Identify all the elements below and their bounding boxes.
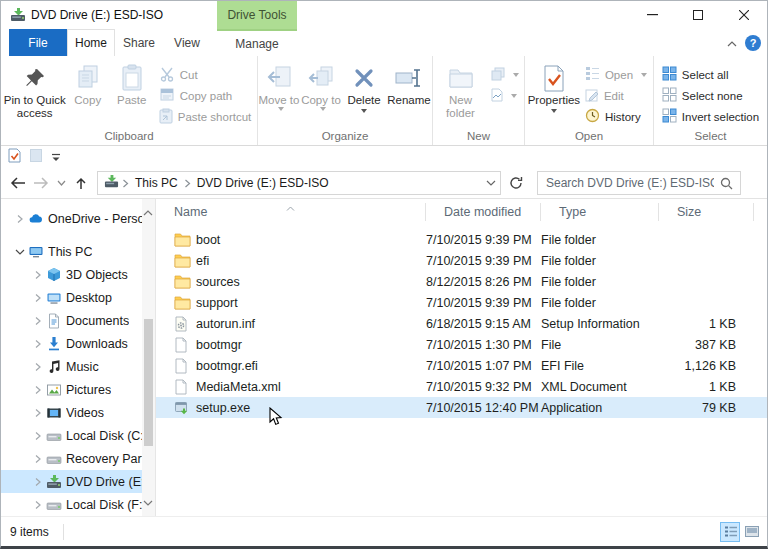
recent-locations-icon[interactable] (53, 171, 69, 195)
search-input[interactable] (538, 176, 718, 190)
nav-scrollbar[interactable] (142, 199, 155, 516)
up-button[interactable] (69, 171, 93, 195)
disk-icon (46, 497, 66, 513)
sidebar-item-recovery-partitio[interactable]: Recovery Partitio (1, 447, 155, 470)
sidebar-item-local-disk-c[interactable]: Local Disk (C:) (1, 424, 155, 447)
file-row-bootmgr[interactable]: bootmgr7/10/2015 1:30 PMFile387 KB (156, 334, 767, 355)
copy-to-button[interactable]: Copy to (300, 59, 342, 125)
copy-path-button[interactable]: Copy path (155, 85, 256, 106)
qat-new-folder-button[interactable] (30, 149, 42, 165)
qat-customize-icon[interactable] (51, 150, 61, 165)
title-bar[interactable]: DVD Drive (E:) ESD-ISO Drive Tools (1, 1, 767, 29)
tab-view[interactable]: View (163, 29, 211, 56)
large-icons-view-button[interactable] (742, 522, 762, 542)
back-button[interactable] (5, 171, 29, 195)
sidebar-item-downloads[interactable]: Downloads (1, 332, 155, 355)
address-history-icon[interactable] (486, 172, 496, 194)
refresh-icon[interactable] (503, 171, 529, 195)
chevron-right-icon[interactable] (29, 293, 46, 303)
sidebar-item-this-pc[interactable]: This PC (1, 240, 155, 263)
sidebar-item-label: Local Disk (C:) (66, 429, 148, 443)
breadcrumb-chevron-icon[interactable] (181, 179, 194, 188)
chevron-right-icon[interactable] (29, 500, 46, 510)
open-button[interactable]: Open (581, 64, 651, 85)
sidebar-item-label: OneDrive - Person (48, 212, 152, 226)
chevron-right-icon[interactable] (29, 270, 46, 280)
tab-file[interactable]: File (9, 29, 67, 56)
file-row-bootmgr-efi[interactable]: bootmgr.efi7/10/2015 1:07 PMEFI File1,12… (156, 355, 767, 376)
new-folder-button[interactable]: New folder (435, 59, 487, 125)
copy-button[interactable]: Copy (67, 59, 109, 125)
chevron-right-icon[interactable] (11, 214, 28, 224)
easy-access-button[interactable] (487, 64, 523, 85)
breadcrumb-this-pc[interactable]: This PC (132, 176, 181, 190)
file-row-sources[interactable]: sources8/12/2015 8:26 PMFile folder (156, 271, 767, 292)
tab-share[interactable]: Share (115, 29, 163, 56)
file-size: 1 KB (659, 317, 754, 331)
new-item-button[interactable] (487, 85, 523, 106)
chevron-right-icon[interactable] (29, 316, 46, 326)
file-name-cell: sources (156, 274, 426, 289)
qat-properties-button[interactable] (8, 148, 21, 166)
collapse-ribbon-icon[interactable] (727, 35, 737, 50)
invert-selection-button[interactable]: Invert selection (658, 106, 763, 127)
delete-button[interactable]: Delete (342, 59, 386, 125)
file-row-autorun-inf[interactable]: autorun.inf6/18/2015 9:15 AMSetup Inform… (156, 313, 767, 334)
chevron-right-icon[interactable] (29, 362, 46, 372)
address-box[interactable]: This PC DVD Drive (E:) ESD-ISO (97, 171, 501, 195)
sidebar-item-pictures[interactable]: Pictures (1, 378, 155, 401)
tab-home[interactable]: Home (67, 29, 115, 56)
forward-button[interactable] (29, 171, 53, 195)
sidebar-item-3d-objects[interactable]: 3D Objects (1, 263, 155, 286)
scroll-up-icon[interactable] (143, 202, 153, 220)
column-header-type[interactable]: Type (541, 199, 659, 225)
file-type: File (541, 338, 659, 352)
column-header-name[interactable]: Name (156, 199, 426, 225)
properties-button[interactable]: Properties (527, 59, 581, 125)
chevron-right-icon[interactable] (29, 408, 46, 418)
paste-button[interactable]: Paste (109, 59, 155, 125)
tab-manage[interactable]: Manage (217, 29, 297, 56)
file-type: EFI File (541, 359, 659, 373)
select-none-button[interactable]: Select none (658, 85, 763, 106)
history-button[interactable]: History (581, 106, 651, 127)
sidebar-item-local-disk-f[interactable]: Local Disk (F:) (1, 493, 155, 516)
sidebar-item-documents[interactable]: Documents (1, 309, 155, 332)
chevron-down-icon[interactable] (11, 248, 28, 256)
minimize-button[interactable] (629, 1, 675, 29)
column-header-date-modified[interactable]: Date modified (426, 199, 541, 225)
paste-shortcut-button[interactable]: Paste shortcut (155, 106, 256, 127)
sidebar-item-onedrive-person[interactable]: OneDrive - Person (1, 207, 155, 230)
file-row-boot[interactable]: boot7/10/2015 9:39 PMFile folder (156, 229, 767, 250)
maximize-button[interactable] (675, 1, 721, 29)
file-row-efi[interactable]: efi7/10/2015 9:39 PMFile folder (156, 250, 767, 271)
breadcrumb-chevron-icon[interactable] (119, 179, 132, 188)
chevron-right-icon[interactable] (29, 339, 46, 349)
rename-button[interactable]: Rename (386, 59, 432, 125)
sidebar-item-videos[interactable]: Videos (1, 401, 155, 424)
pin-to-quick-access-button[interactable]: Pin to Quick access (3, 59, 67, 125)
file-icon (174, 379, 196, 395)
file-row-setup-exe[interactable]: setup.exe7/10/2015 12:40 PMApplication79… (156, 397, 767, 418)
scroll-down-icon[interactable] (143, 492, 153, 510)
sidebar-item-music[interactable]: Music (1, 355, 155, 378)
file-row-support[interactable]: support7/10/2015 9:39 PMFile folder (156, 292, 767, 313)
chevron-right-icon[interactable] (29, 431, 46, 441)
file-row-mediameta-xml[interactable]: MediaMeta.xml7/10/2015 9:32 PMXML Docume… (156, 376, 767, 397)
sidebar-item-desktop[interactable]: Desktop (1, 286, 155, 309)
properties-icon (543, 62, 565, 94)
close-button[interactable] (721, 1, 767, 29)
sidebar-item-dvd-drive-e-es[interactable]: DVD Drive (E:) ES (1, 470, 155, 493)
chevron-right-icon[interactable] (29, 454, 46, 464)
help-button[interactable]: ? (745, 35, 761, 51)
edit-button[interactable]: Edit (581, 85, 651, 106)
chevron-right-icon[interactable] (29, 385, 46, 395)
chevron-right-icon[interactable] (29, 477, 46, 487)
breadcrumb-current-folder[interactable]: DVD Drive (E:) ESD-ISO (194, 176, 332, 190)
cut-button[interactable]: Cut (155, 64, 256, 85)
move-to-button[interactable]: Move to (258, 59, 300, 125)
details-view-button[interactable] (720, 522, 740, 542)
select-all-button[interactable]: Select all (658, 64, 763, 85)
scrollbar-thumb[interactable] (144, 319, 153, 446)
column-header-size[interactable]: Size (659, 199, 754, 225)
